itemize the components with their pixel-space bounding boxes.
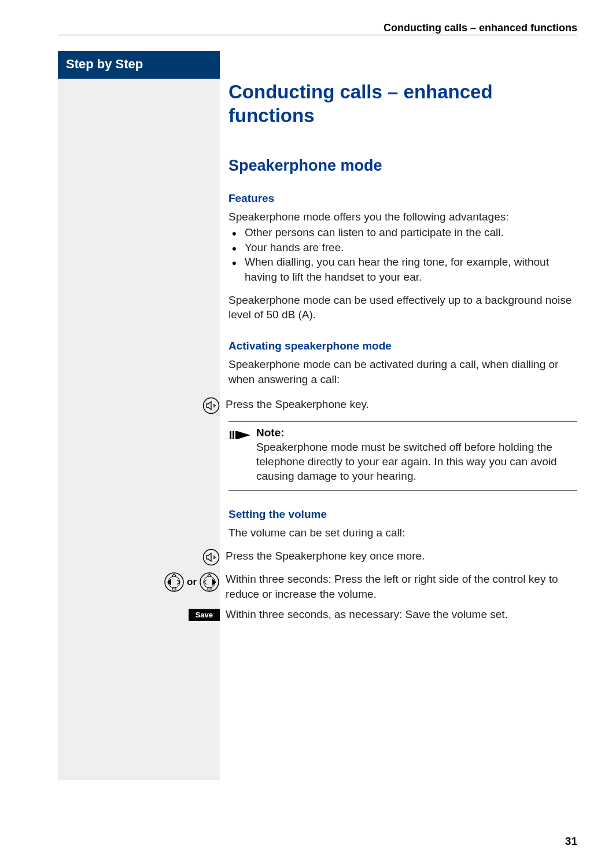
- or-label: or: [187, 576, 197, 588]
- subsection-activating: Activating speakerphone mode: [228, 340, 577, 352]
- note-title: Note:: [256, 426, 577, 439]
- note-box: Note: Speakerphone mode must be switched…: [228, 421, 577, 491]
- step-text: Within three seconds, as necessary: Save…: [226, 607, 577, 622]
- sidebar: Step by Step: [58, 51, 220, 780]
- features-list: Other persons can listen to and particip…: [228, 225, 577, 285]
- list-item: Your hands are free.: [228, 240, 577, 255]
- volume-intro: The volume can be set during a call:: [228, 525, 577, 540]
- list-item: Other persons can listen to and particip…: [228, 225, 577, 240]
- subsection-features: Features: [228, 192, 577, 205]
- section-heading-speakerphone: Speakerphone mode: [228, 157, 577, 175]
- step-text: Press the Speakerphone key once more.: [226, 549, 577, 564]
- note-icon: [228, 426, 256, 483]
- save-key-icon: Save: [189, 609, 220, 621]
- svg-rect-16: [208, 588, 211, 590]
- note-text: Speakerphone mode must be switched off b…: [256, 440, 577, 483]
- svg-rect-4: [230, 431, 231, 439]
- header-rule: [58, 35, 577, 35]
- step-text: Within three seconds: Press the left or …: [226, 572, 577, 601]
- subsection-volume: Setting the volume: [228, 508, 577, 521]
- step-text: Press the Speakerphone key.: [226, 397, 577, 412]
- page-number: 31: [565, 835, 577, 848]
- running-header: Conducting calls – enhanced functions: [384, 22, 577, 34]
- sidebar-title: Step by Step: [58, 51, 220, 79]
- activating-intro: Speakerphone mode can be activated durin…: [228, 357, 577, 387]
- svg-rect-13: [172, 588, 176, 590]
- speaker-key-icon: [194, 397, 226, 414]
- list-item: When dialling, you can hear the ring ton…: [228, 255, 577, 284]
- features-intro: Speakerphone mode offers you the followi…: [228, 209, 577, 225]
- speaker-key-icon: [194, 549, 226, 566]
- main-content: Conducting calls – enhanced functions Sp…: [228, 51, 577, 622]
- svg-rect-5: [233, 431, 234, 439]
- page-title: Conducting calls – enhanced functions: [228, 80, 577, 128]
- features-after: Speakerphone mode can be used effectivel…: [228, 293, 577, 322]
- svg-rect-6: [235, 431, 237, 439]
- control-key-left-or-right-icon: or: [150, 572, 226, 593]
